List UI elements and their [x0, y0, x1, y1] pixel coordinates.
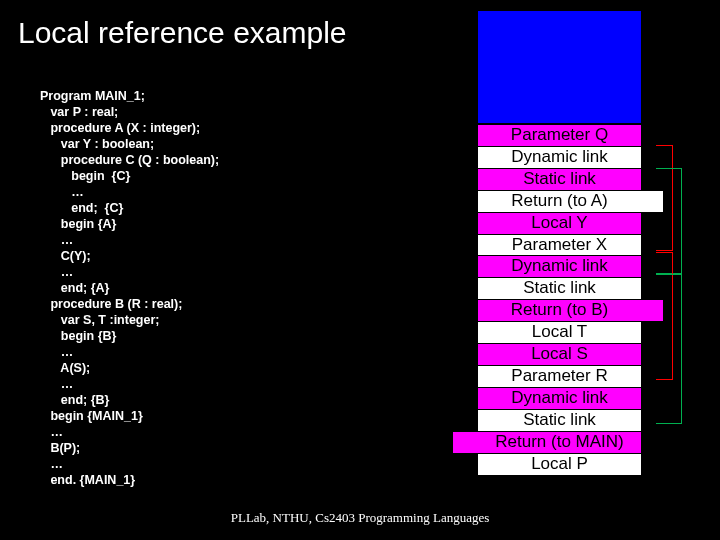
stack-cell: Parameter R: [478, 365, 641, 387]
code-line: var P : real;: [40, 105, 118, 119]
code-line: …: [40, 265, 73, 279]
stack-cell: Static link: [478, 168, 641, 190]
stack-free-space: [477, 10, 642, 124]
stack-cell: Return (to B): [478, 299, 663, 321]
code-line: procedure A (X : integer);: [40, 121, 200, 135]
stack-cell: Return (to A): [478, 190, 663, 212]
stack-cell: Local T: [478, 321, 641, 343]
stack-cell: Parameter X: [478, 234, 641, 256]
code-line: begin {B}: [40, 329, 116, 343]
code-line: begin {C}: [40, 169, 130, 183]
code-line: …: [40, 233, 73, 247]
stack-cell: Local Y: [478, 212, 641, 234]
code-listing: Program MAIN_1; var P : real; procedure …: [40, 72, 219, 488]
stack-diagram: Parameter Q Dynamic link Static link Ret…: [452, 10, 702, 476]
code-line: var S, T :integer;: [40, 313, 159, 327]
stack-cell: Static link: [478, 277, 641, 299]
stack-cell: Parameter Q: [478, 124, 641, 146]
stack-cell: Local S: [478, 343, 641, 365]
link-arrows: [656, 10, 701, 476]
stack-cell: Static link: [478, 409, 641, 431]
code-line: B(P);: [40, 441, 80, 455]
code-line: end; {C}: [40, 201, 123, 215]
code-line: …: [40, 185, 84, 199]
code-line: …: [40, 377, 73, 391]
code-line: …: [40, 457, 63, 471]
code-line: …: [40, 345, 73, 359]
code-line: end; {A}: [40, 281, 109, 295]
stack-cell: Dynamic link: [478, 387, 641, 409]
stack-cell: Dynamic link: [478, 255, 641, 277]
code-line: end. {MAIN_1}: [40, 473, 135, 487]
slide-footer: PLLab, NTHU, Cs2403 Programming Language…: [0, 510, 720, 526]
code-line: procedure B (R : real);: [40, 297, 182, 311]
stack-cell: Dynamic link: [478, 146, 641, 168]
stack-cell: Return (to MAIN): [453, 431, 641, 453]
stack-cell: Local P: [478, 453, 641, 475]
code-line: begin {A}: [40, 217, 116, 231]
code-line: Program MAIN_1;: [40, 89, 145, 103]
code-line: end; {B}: [40, 393, 109, 407]
code-line: procedure C (Q : boolean);: [40, 153, 219, 167]
activation-record-stack: Parameter Q Dynamic link Static link Ret…: [477, 124, 642, 476]
code-line: A(S);: [40, 361, 90, 375]
code-line: begin {MAIN_1}: [40, 409, 143, 423]
code-line: C(Y);: [40, 249, 91, 263]
code-line: …: [40, 425, 63, 439]
code-line: var Y : boolean;: [40, 137, 154, 151]
